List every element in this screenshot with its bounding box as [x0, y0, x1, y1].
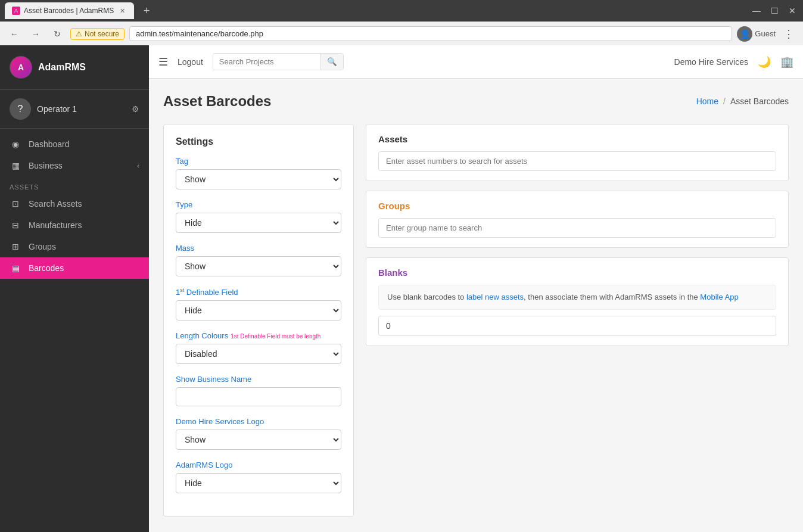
user-avatar: ?: [10, 98, 31, 120]
maximize-button[interactable]: ☐: [768, 6, 780, 15]
mass-label: Mass: [176, 244, 341, 253]
hamburger-button[interactable]: ☰: [158, 55, 168, 69]
length-colours-select[interactable]: Disabled Enabled: [176, 344, 341, 364]
blanks-card: Blanks Use blank barcodes to label new a…: [366, 257, 789, 346]
page-content: Asset Barcodes Home / Asset Barcodes Set…: [149, 79, 803, 532]
assets-card: Assets: [366, 124, 789, 181]
breadcrumb-home[interactable]: Home: [696, 97, 718, 106]
adamrms-logo-label: AdamRMS Logo: [176, 461, 341, 469]
topbar-right: Demo Hire Services 🌙 🏢: [674, 55, 793, 69]
sidebar-item-label: Dashboard: [29, 139, 70, 149]
user-label: Guest: [755, 29, 776, 38]
chevron-left-icon: ‹: [137, 162, 139, 169]
sidebar-item-label: Barcodes: [29, 263, 64, 273]
type-label: Type: [176, 200, 341, 209]
adamrms-logo-select[interactable]: Show Hide: [176, 473, 341, 493]
settings-gear-icon[interactable]: ⚙: [132, 104, 139, 114]
definable-field-label: 1st Definable Field: [176, 287, 341, 297]
search-projects-button[interactable]: 🔍: [320, 54, 343, 70]
tag-label: Tag: [176, 157, 341, 166]
demo-hire-logo-form-group: Demo Hire Services Logo Show Hide: [176, 417, 341, 450]
sidebar-user: ? Operator 1 ⚙: [0, 90, 149, 129]
type-select[interactable]: Show Hide: [176, 213, 341, 233]
blanks-desc-text1: Use blank barcodes to: [387, 293, 466, 301]
mass-form-group: Mass Show Hide: [176, 244, 341, 276]
brand-logo-inner: A: [10, 57, 32, 78]
sidebar-item-label: Search Assets: [29, 199, 82, 209]
groups-card: Groups: [366, 191, 789, 248]
definable-field-select[interactable]: Show Hide: [176, 300, 341, 321]
sidebar-item-manufacturers[interactable]: ⊟ Manufacturers: [0, 214, 149, 236]
groups-icon: ⊞: [10, 242, 21, 251]
assets-panel: Assets Groups Blanks Use blank barcodes …: [366, 124, 789, 517]
demo-hire-label: Demo Hire Services: [674, 57, 748, 67]
address-bar[interactable]: admin.test/maintenance/barcode.php: [129, 26, 732, 41]
blanks-desc-link2[interactable]: Mobile App: [700, 293, 738, 301]
forward-button[interactable]: →: [27, 26, 44, 42]
sidebar-nav: ◉ Dashboard ▦ Business ‹ ASSETS ⊡ Search…: [0, 129, 149, 532]
close-window-button[interactable]: ✕: [786, 6, 798, 15]
adamrms-logo-form-group: AdamRMS Logo Show Hide: [176, 461, 341, 493]
blanks-count-input[interactable]: [378, 316, 776, 336]
back-button[interactable]: ←: [6, 26, 23, 42]
assets-section-label: ASSETS: [0, 176, 149, 193]
type-form-group: Type Show Hide: [176, 200, 341, 233]
page-title: Asset Barcodes: [163, 93, 271, 110]
sidebar-item-search-assets[interactable]: ⊡ Search Assets: [0, 193, 149, 214]
brand-name: AdamRMS: [38, 62, 86, 73]
show-business-name-input[interactable]: [176, 387, 341, 406]
assets-card-title: Assets: [378, 134, 776, 144]
blanks-description: Use blank barcodes to label new assets, …: [378, 285, 776, 310]
show-business-name-label: Show Business Name: [176, 375, 341, 384]
blanks-card-title: Blanks: [378, 267, 776, 278]
blanks-desc-link1[interactable]: label new assets: [466, 293, 524, 301]
business-icon: ▦: [10, 161, 21, 170]
asset-numbers-input[interactable]: [378, 151, 776, 171]
length-colours-note: 1st Definable Field must be length: [231, 333, 320, 340]
browser-user[interactable]: 👤 Guest: [737, 26, 776, 42]
user-name: Operator 1: [37, 104, 126, 114]
new-tab-button[interactable]: +: [139, 3, 154, 18]
more-options-button[interactable]: ⋮: [780, 26, 797, 42]
brand-logo: A: [10, 56, 32, 79]
settings-panel-title: Settings: [176, 136, 341, 147]
tag-select[interactable]: Show Hide: [176, 169, 341, 189]
groups-card-title: Groups: [378, 201, 776, 211]
minimize-button[interactable]: —: [751, 6, 762, 15]
topbar: ☰ Logout 🔍 Demo Hire Services 🌙 🏢: [149, 45, 803, 79]
barcodes-icon: ▤: [10, 263, 21, 273]
breadcrumb-current: Asset Barcodes: [730, 97, 789, 106]
sidebar-item-barcodes[interactable]: ▤ Barcodes: [0, 257, 149, 279]
mass-select[interactable]: Show Hide: [176, 256, 341, 276]
breadcrumb-separator: /: [723, 97, 726, 106]
sidebar-item-groups[interactable]: ⊞ Groups: [0, 236, 149, 257]
length-colours-form-group: Length Colours1st Definable Field must b…: [176, 331, 341, 364]
length-colours-label: Length Colours1st Definable Field must b…: [176, 331, 341, 340]
breadcrumb: Home / Asset Barcodes: [696, 97, 789, 106]
sidebar-item-label: Business: [29, 161, 63, 170]
refresh-button[interactable]: ↻: [49, 26, 66, 42]
main-content: ☰ Logout 🔍 Demo Hire Services 🌙 🏢 Asset …: [149, 45, 803, 532]
browser-tab[interactable]: A Asset Barcodes | AdamRMS ✕: [5, 2, 134, 19]
tab-favicon: A: [12, 7, 20, 15]
sidebar-item-label: Groups: [29, 242, 56, 251]
blanks-desc-text2: , then associate them with AdamRMS asset…: [524, 293, 700, 301]
search-projects-container: 🔍: [213, 53, 344, 70]
page-header: Asset Barcodes Home / Asset Barcodes: [163, 93, 789, 110]
search-projects-input[interactable]: [213, 54, 320, 70]
show-business-name-form-group: Show Business Name: [176, 375, 341, 406]
group-name-input[interactable]: [378, 218, 776, 238]
close-tab-button[interactable]: ✕: [117, 6, 127, 15]
security-badge: ⚠ Not secure: [70, 28, 125, 40]
sidebar-item-business[interactable]: ▦ Business ‹: [0, 155, 149, 176]
settings-panel: Settings Tag Show Hide Type Show Hide: [163, 124, 354, 517]
dark-mode-button[interactable]: 🌙: [758, 55, 771, 69]
security-label: Not secure: [85, 30, 119, 38]
user-avatar-icon: 👤: [737, 26, 752, 42]
building-icon[interactable]: 🏢: [780, 55, 793, 69]
demo-hire-logo-label: Demo Hire Services Logo: [176, 417, 341, 426]
sidebar-item-dashboard[interactable]: ◉ Dashboard: [0, 133, 149, 155]
logout-link[interactable]: Logout: [178, 57, 203, 67]
demo-hire-logo-select[interactable]: Show Hide: [176, 430, 341, 450]
sidebar: A AdamRMS ? Operator 1 ⚙ ◉ Dashboard ▦ B…: [0, 45, 149, 532]
